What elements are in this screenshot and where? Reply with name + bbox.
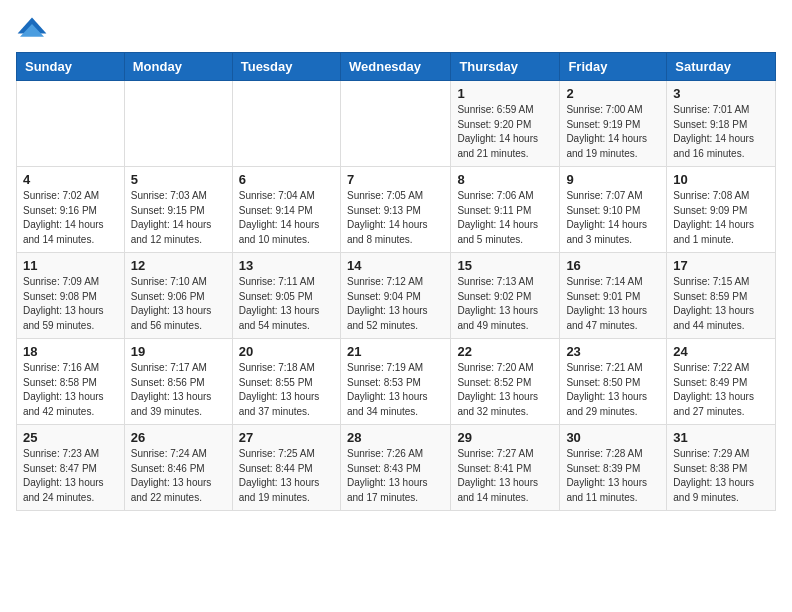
day-info: Sunrise: 7:15 AM Sunset: 8:59 PM Dayligh… xyxy=(673,275,769,333)
calendar-cell: 15Sunrise: 7:13 AM Sunset: 9:02 PM Dayli… xyxy=(451,253,560,339)
day-info: Sunrise: 7:03 AM Sunset: 9:15 PM Dayligh… xyxy=(131,189,226,247)
day-number: 29 xyxy=(457,430,553,445)
calendar-cell: 10Sunrise: 7:08 AM Sunset: 9:09 PM Dayli… xyxy=(667,167,776,253)
day-number: 6 xyxy=(239,172,334,187)
day-number: 26 xyxy=(131,430,226,445)
day-info: Sunrise: 6:59 AM Sunset: 9:20 PM Dayligh… xyxy=(457,103,553,161)
calendar-cell: 26Sunrise: 7:24 AM Sunset: 8:46 PM Dayli… xyxy=(124,425,232,511)
day-info: Sunrise: 7:18 AM Sunset: 8:55 PM Dayligh… xyxy=(239,361,334,419)
day-info: Sunrise: 7:10 AM Sunset: 9:06 PM Dayligh… xyxy=(131,275,226,333)
calendar-cell: 28Sunrise: 7:26 AM Sunset: 8:43 PM Dayli… xyxy=(340,425,450,511)
day-number: 17 xyxy=(673,258,769,273)
day-number: 3 xyxy=(673,86,769,101)
day-header-thursday: Thursday xyxy=(451,53,560,81)
calendar-cell: 13Sunrise: 7:11 AM Sunset: 9:05 PM Dayli… xyxy=(232,253,340,339)
day-number: 2 xyxy=(566,86,660,101)
day-number: 16 xyxy=(566,258,660,273)
logo-icon xyxy=(16,16,48,40)
day-info: Sunrise: 7:02 AM Sunset: 9:16 PM Dayligh… xyxy=(23,189,118,247)
day-info: Sunrise: 7:04 AM Sunset: 9:14 PM Dayligh… xyxy=(239,189,334,247)
day-info: Sunrise: 7:09 AM Sunset: 9:08 PM Dayligh… xyxy=(23,275,118,333)
day-info: Sunrise: 7:19 AM Sunset: 8:53 PM Dayligh… xyxy=(347,361,444,419)
day-number: 21 xyxy=(347,344,444,359)
calendar-cell: 11Sunrise: 7:09 AM Sunset: 9:08 PM Dayli… xyxy=(17,253,125,339)
calendar-cell xyxy=(17,81,125,167)
day-info: Sunrise: 7:28 AM Sunset: 8:39 PM Dayligh… xyxy=(566,447,660,505)
day-info: Sunrise: 7:25 AM Sunset: 8:44 PM Dayligh… xyxy=(239,447,334,505)
calendar-cell: 23Sunrise: 7:21 AM Sunset: 8:50 PM Dayli… xyxy=(560,339,667,425)
calendar-cell: 3Sunrise: 7:01 AM Sunset: 9:18 PM Daylig… xyxy=(667,81,776,167)
day-info: Sunrise: 7:29 AM Sunset: 8:38 PM Dayligh… xyxy=(673,447,769,505)
day-info: Sunrise: 7:08 AM Sunset: 9:09 PM Dayligh… xyxy=(673,189,769,247)
calendar-cell: 18Sunrise: 7:16 AM Sunset: 8:58 PM Dayli… xyxy=(17,339,125,425)
calendar-cell: 27Sunrise: 7:25 AM Sunset: 8:44 PM Dayli… xyxy=(232,425,340,511)
day-number: 18 xyxy=(23,344,118,359)
calendar-cell: 22Sunrise: 7:20 AM Sunset: 8:52 PM Dayli… xyxy=(451,339,560,425)
calendar-cell: 6Sunrise: 7:04 AM Sunset: 9:14 PM Daylig… xyxy=(232,167,340,253)
calendar-cell: 4Sunrise: 7:02 AM Sunset: 9:16 PM Daylig… xyxy=(17,167,125,253)
day-info: Sunrise: 7:24 AM Sunset: 8:46 PM Dayligh… xyxy=(131,447,226,505)
day-info: Sunrise: 7:21 AM Sunset: 8:50 PM Dayligh… xyxy=(566,361,660,419)
day-number: 27 xyxy=(239,430,334,445)
day-number: 31 xyxy=(673,430,769,445)
day-number: 11 xyxy=(23,258,118,273)
day-number: 25 xyxy=(23,430,118,445)
day-number: 7 xyxy=(347,172,444,187)
day-number: 9 xyxy=(566,172,660,187)
calendar-cell xyxy=(124,81,232,167)
day-info: Sunrise: 7:00 AM Sunset: 9:19 PM Dayligh… xyxy=(566,103,660,161)
day-number: 4 xyxy=(23,172,118,187)
day-number: 15 xyxy=(457,258,553,273)
calendar-cell: 1Sunrise: 6:59 AM Sunset: 9:20 PM Daylig… xyxy=(451,81,560,167)
day-info: Sunrise: 7:06 AM Sunset: 9:11 PM Dayligh… xyxy=(457,189,553,247)
calendar-cell: 29Sunrise: 7:27 AM Sunset: 8:41 PM Dayli… xyxy=(451,425,560,511)
calendar-cell: 17Sunrise: 7:15 AM Sunset: 8:59 PM Dayli… xyxy=(667,253,776,339)
logo xyxy=(16,16,52,40)
calendar-cell: 9Sunrise: 7:07 AM Sunset: 9:10 PM Daylig… xyxy=(560,167,667,253)
day-info: Sunrise: 7:16 AM Sunset: 8:58 PM Dayligh… xyxy=(23,361,118,419)
day-number: 23 xyxy=(566,344,660,359)
calendar-cell: 14Sunrise: 7:12 AM Sunset: 9:04 PM Dayli… xyxy=(340,253,450,339)
day-number: 12 xyxy=(131,258,226,273)
day-info: Sunrise: 7:20 AM Sunset: 8:52 PM Dayligh… xyxy=(457,361,553,419)
calendar-cell: 30Sunrise: 7:28 AM Sunset: 8:39 PM Dayli… xyxy=(560,425,667,511)
calendar-cell: 21Sunrise: 7:19 AM Sunset: 8:53 PM Dayli… xyxy=(340,339,450,425)
calendar-cell: 20Sunrise: 7:18 AM Sunset: 8:55 PM Dayli… xyxy=(232,339,340,425)
day-header-monday: Monday xyxy=(124,53,232,81)
day-info: Sunrise: 7:14 AM Sunset: 9:01 PM Dayligh… xyxy=(566,275,660,333)
calendar-cell: 8Sunrise: 7:06 AM Sunset: 9:11 PM Daylig… xyxy=(451,167,560,253)
calendar-cell: 5Sunrise: 7:03 AM Sunset: 9:15 PM Daylig… xyxy=(124,167,232,253)
day-info: Sunrise: 7:11 AM Sunset: 9:05 PM Dayligh… xyxy=(239,275,334,333)
day-number: 22 xyxy=(457,344,553,359)
day-header-tuesday: Tuesday xyxy=(232,53,340,81)
page-header xyxy=(16,16,776,40)
calendar-cell: 12Sunrise: 7:10 AM Sunset: 9:06 PM Dayli… xyxy=(124,253,232,339)
day-number: 28 xyxy=(347,430,444,445)
day-number: 30 xyxy=(566,430,660,445)
day-info: Sunrise: 7:05 AM Sunset: 9:13 PM Dayligh… xyxy=(347,189,444,247)
day-number: 20 xyxy=(239,344,334,359)
day-info: Sunrise: 7:01 AM Sunset: 9:18 PM Dayligh… xyxy=(673,103,769,161)
day-header-sunday: Sunday xyxy=(17,53,125,81)
day-number: 24 xyxy=(673,344,769,359)
calendar-cell: 25Sunrise: 7:23 AM Sunset: 8:47 PM Dayli… xyxy=(17,425,125,511)
calendar-cell: 7Sunrise: 7:05 AM Sunset: 9:13 PM Daylig… xyxy=(340,167,450,253)
calendar-cell: 19Sunrise: 7:17 AM Sunset: 8:56 PM Dayli… xyxy=(124,339,232,425)
day-info: Sunrise: 7:22 AM Sunset: 8:49 PM Dayligh… xyxy=(673,361,769,419)
day-header-friday: Friday xyxy=(560,53,667,81)
day-info: Sunrise: 7:17 AM Sunset: 8:56 PM Dayligh… xyxy=(131,361,226,419)
day-info: Sunrise: 7:07 AM Sunset: 9:10 PM Dayligh… xyxy=(566,189,660,247)
day-info: Sunrise: 7:27 AM Sunset: 8:41 PM Dayligh… xyxy=(457,447,553,505)
day-number: 1 xyxy=(457,86,553,101)
calendar-cell xyxy=(340,81,450,167)
day-number: 8 xyxy=(457,172,553,187)
calendar-cell: 2Sunrise: 7:00 AM Sunset: 9:19 PM Daylig… xyxy=(560,81,667,167)
day-info: Sunrise: 7:26 AM Sunset: 8:43 PM Dayligh… xyxy=(347,447,444,505)
calendar-cell: 31Sunrise: 7:29 AM Sunset: 8:38 PM Dayli… xyxy=(667,425,776,511)
calendar-table: SundayMondayTuesdayWednesdayThursdayFrid… xyxy=(16,52,776,511)
day-number: 14 xyxy=(347,258,444,273)
day-info: Sunrise: 7:13 AM Sunset: 9:02 PM Dayligh… xyxy=(457,275,553,333)
day-header-saturday: Saturday xyxy=(667,53,776,81)
day-info: Sunrise: 7:12 AM Sunset: 9:04 PM Dayligh… xyxy=(347,275,444,333)
day-number: 13 xyxy=(239,258,334,273)
